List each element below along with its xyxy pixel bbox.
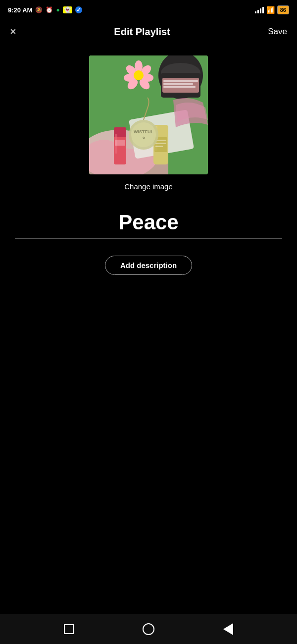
svg-rect-22 <box>155 146 163 147</box>
alarm-icon: ⏰ <box>46 6 53 13</box>
status-right: 📶 86 <box>255 5 289 14</box>
svg-rect-21 <box>155 143 166 144</box>
svg-rect-28 <box>163 83 193 85</box>
signal-strength-icon <box>255 6 264 13</box>
svg-point-31 <box>131 122 156 147</box>
add-description-button[interactable]: Add description <box>105 256 192 275</box>
check-icon: ✓ <box>75 6 82 13</box>
back-button[interactable] <box>64 624 74 634</box>
playlist-name-wrapper <box>15 211 282 239</box>
wifi-icon: 📶 <box>266 6 275 14</box>
save-button[interactable]: Save <box>268 27 287 37</box>
page-title: Edit Playlist <box>114 26 170 38</box>
svg-rect-26 <box>162 78 199 93</box>
home-button[interactable] <box>143 623 154 635</box>
svg-rect-27 <box>163 80 198 82</box>
status-bar: 9:20 AM 🔕 ⏰ ● 👻 ✓ 📶 86 <box>0 0 297 18</box>
svg-text:WISTFUL: WISTFUL <box>134 129 153 134</box>
close-button[interactable]: × <box>10 26 16 37</box>
svg-point-12 <box>134 70 144 80</box>
bottom-navigation <box>0 614 297 644</box>
header: × Edit Playlist Save <box>0 18 297 46</box>
triangle-icon <box>223 623 233 635</box>
square-icon <box>64 624 74 634</box>
playlist-name-input[interactable] <box>15 211 282 234</box>
playlist-image[interactable]: WISTFUL ✿ <box>89 55 208 174</box>
change-image-label[interactable]: Change image <box>124 182 173 191</box>
battery-indicator: 86 <box>277 5 289 14</box>
snapchat-icon: 👻 <box>63 6 72 13</box>
svg-rect-29 <box>163 86 196 88</box>
circle-icon <box>143 623 154 635</box>
svg-text:✿: ✿ <box>143 136 145 139</box>
status-left: 9:20 AM 🔕 ⏰ ● 👻 ✓ <box>8 6 82 14</box>
recents-button[interactable] <box>223 623 233 635</box>
mute-icon: 🔕 <box>35 6 43 13</box>
playlist-image-canvas: WISTFUL ✿ <box>89 55 208 174</box>
svg-rect-16 <box>115 140 125 146</box>
spotify-icon: ● <box>56 6 59 13</box>
time-display: 9:20 AM <box>8 6 32 14</box>
main-content: WISTFUL ✿ Change image Add description <box>0 46 297 285</box>
